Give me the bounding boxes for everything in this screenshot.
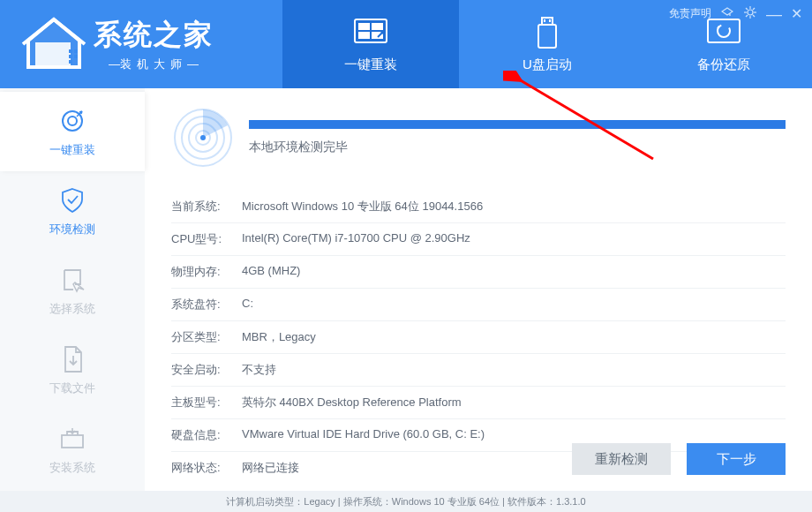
svg-point-33 [200, 135, 206, 140]
svg-rect-7 [358, 23, 370, 30]
disclaimer-link[interactable]: 免责声明 [669, 6, 711, 21]
info-row: 分区类型:MBR，Legacy [171, 321, 786, 354]
next-button[interactable]: 下一步 [687, 443, 786, 475]
svg-rect-28 [62, 435, 83, 448]
close-button[interactable]: ✕ [789, 5, 803, 22]
sidebar-item-download[interactable]: 下载文件 [0, 330, 145, 410]
app-title: 系统之家 [94, 16, 214, 55]
grad-cap-icon[interactable] [720, 7, 734, 20]
tab-label: 备份还原 [697, 56, 750, 73]
info-row: 安全启动:不支持 [171, 354, 786, 387]
radar-icon [171, 106, 235, 169]
tab-label: 一键重装 [344, 56, 397, 73]
info-row: 当前系统:Microsoft Windows 10 专业版 64位 19044.… [171, 191, 786, 223]
sidebar-item-reinstall[interactable]: 一键重装 [0, 92, 145, 171]
svg-rect-2 [74, 49, 78, 53]
sidebar-item-label: 下载文件 [49, 380, 95, 396]
svg-rect-4 [74, 55, 78, 58]
sidebar: 一键重装 环境检测 选择系统 下载文件 安装系统 [0, 88, 145, 491]
sidebar-item-select[interactable]: 选择系统 [0, 251, 145, 330]
svg-rect-8 [372, 23, 383, 30]
scan-status: 本地环境检测完毕 [249, 139, 786, 155]
shield-icon [56, 184, 88, 216]
sidebar-item-label: 选择系统 [49, 301, 95, 317]
target-icon [56, 105, 88, 137]
svg-rect-11 [542, 18, 553, 25]
svg-rect-13 [544, 19, 545, 22]
titlebar-controls: 免责声明 — ✕ [669, 5, 803, 22]
main-panel: 本地环境检测完毕 当前系统:Microsoft Windows 10 专业版 6… [145, 88, 812, 491]
sidebar-item-label: 一键重装 [49, 142, 95, 158]
rescan-button[interactable]: 重新检测 [572, 443, 671, 475]
info-row: CPU型号:Intel(R) Core(TM) i7-10700 CPU @ 2… [171, 223, 786, 256]
info-row: 物理内存:4GB (MHZ) [171, 256, 786, 289]
sidebar-item-label: 安装系统 [49, 460, 95, 476]
select-icon [56, 264, 88, 296]
svg-rect-3 [69, 55, 72, 58]
reinstall-icon [351, 16, 390, 51]
tab-label: U盘启动 [523, 56, 572, 73]
logo-area: 系统之家 装机大师 [0, 0, 282, 88]
svg-line-22 [746, 8, 748, 10]
svg-rect-1 [69, 49, 72, 53]
sidebar-item-label: 环境检测 [49, 222, 95, 237]
info-row: 主板型号:英特尔 440BX Desktop Reference Platfor… [171, 387, 786, 419]
header: 系统之家 装机大师 一键重装 U盘启动 备份还原 免责声明 [0, 0, 812, 88]
svg-rect-6 [355, 19, 387, 42]
sidebar-item-envcheck[interactable]: 环境检测 [0, 171, 145, 251]
svg-rect-5 [69, 60, 72, 64]
status-bar: 计算机启动类型：Legacy | 操作系统：Windows 10 专业版 64位… [0, 491, 812, 512]
svg-rect-14 [549, 19, 551, 22]
svg-point-17 [748, 10, 753, 15]
system-info-list: 当前系统:Microsoft Windows 10 专业版 64位 19044.… [171, 191, 786, 484]
svg-line-25 [746, 15, 748, 17]
logo-icon [19, 14, 88, 74]
svg-rect-12 [538, 25, 556, 48]
tab-reinstall[interactable]: 一键重装 [282, 0, 459, 88]
svg-line-24 [753, 8, 755, 10]
tab-usb[interactable]: U盘启动 [459, 0, 635, 88]
app-subtitle: 装机大师 [94, 56, 214, 72]
install-icon [56, 423, 88, 455]
sidebar-item-install[interactable]: 安装系统 [0, 410, 145, 489]
svg-rect-15 [708, 19, 740, 42]
usb-icon [528, 16, 567, 51]
minimize-button[interactable]: — [766, 11, 780, 18]
status-text: 计算机启动类型：Legacy | 操作系统：Windows 10 专业版 64位… [226, 495, 585, 508]
progress-bar [249, 120, 786, 129]
svg-rect-0 [37, 44, 69, 64]
svg-point-27 [68, 117, 77, 125]
gear-icon[interactable] [743, 6, 757, 21]
info-row: 系统盘符:C: [171, 289, 786, 321]
body: 一键重装 环境检测 选择系统 下载文件 安装系统 [0, 88, 812, 491]
svg-rect-9 [358, 32, 370, 39]
download-icon [56, 343, 88, 375]
svg-line-23 [753, 15, 755, 17]
